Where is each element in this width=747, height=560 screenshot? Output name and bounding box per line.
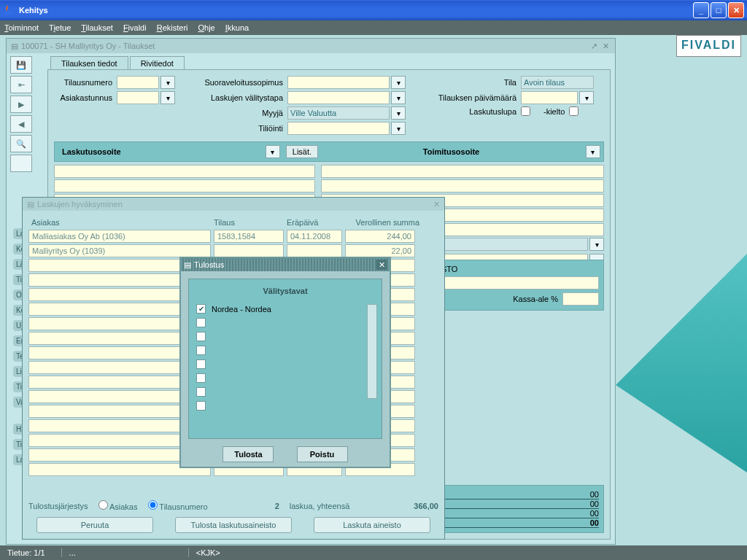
suoravel-dd[interactable]: ▾ <box>391 76 406 89</box>
checkbox-icon[interactable] <box>196 387 206 397</box>
inner-titlebar: ▤ 100071 - SH Malliyritys Oy - Tilaukset… <box>7 39 615 53</box>
tulostus-dialog: ▤ Tulostus ✕ Välitystavat ✔Nordea - Nord… <box>179 257 391 468</box>
close-button[interactable]: ✕ <box>728 2 744 18</box>
checkbox-icon[interactable] <box>196 346 206 355</box>
kassa-ale-input[interactable] <box>562 292 599 306</box>
menu-toiminnot[interactable]: Toiminnot <box>4 23 39 32</box>
tilausnumero-lookup[interactable]: ▾ <box>160 76 175 89</box>
laskutusosoite-lookup[interactable]: ▾ <box>266 145 280 158</box>
tabs: Tilauksen tiedot Rivitiedot <box>50 56 186 70</box>
total-row: 00 <box>441 490 599 499</box>
kielto-check[interactable] <box>569 106 578 116</box>
inner-restore-icon[interactable]: ↗ <box>589 41 599 51</box>
label-suoravel: Suoraveloitussopimus <box>200 78 287 87</box>
col-tilaus: Tilaus <box>211 217 284 228</box>
lh-titlebar: ▤ Laskujen hyväksyminen ✕ <box>23 198 444 211</box>
label-tulostusjarjestys: Tulostusjärjestys <box>28 502 88 510</box>
play-right-icon[interactable]: ▶ <box>10 96 32 113</box>
desktop: FIVALDI ▤ 100071 - SH Malliyritys Oy - T… <box>0 35 747 545</box>
tila-input[interactable] <box>521 76 594 89</box>
col-asiakas: Asiakas <box>28 217 211 228</box>
tab-tilauksen-tiedot[interactable]: Tilauksen tiedot <box>50 56 128 70</box>
tulosta-button[interactable]: Tulosta <box>222 446 274 462</box>
label-laskujen-val: Laskujen välitystapa <box>200 93 287 102</box>
peruuta-button[interactable]: Peruuta <box>36 517 153 533</box>
col-summa: Verollinen summa <box>342 217 422 228</box>
menu-tilaukset[interactable]: Tilaukset <box>81 23 113 32</box>
window-titlebar: Kehitys _ □ ✕ <box>0 0 747 20</box>
laskutus-row[interactable] <box>54 179 315 192</box>
decorative-wedge <box>616 254 747 472</box>
total-row: 00 <box>441 499 599 509</box>
menu-fivaldi[interactable]: Fivaldi <box>123 23 147 32</box>
poistu-button[interactable]: Poistu <box>297 446 348 462</box>
viitt-dd[interactable]: ▾ <box>589 238 604 251</box>
radio-asiakas[interactable]: Asiakas <box>98 500 138 511</box>
total-row: 00 <box>441 509 599 518</box>
menu-ohje[interactable]: Ohje <box>198 23 214 32</box>
checkbox-icon[interactable] <box>196 401 206 411</box>
status-dots: ... <box>61 548 76 557</box>
save-icon[interactable]: 💾 <box>10 56 32 74</box>
toimitusosoite-lookup[interactable]: ▾ <box>586 145 600 158</box>
heading-laskutusosoite: Laskutusosoite <box>58 145 264 158</box>
lh-row[interactable]: Malliyritys Oy (1039) 22,00 <box>28 244 438 257</box>
maximize-button[interactable]: □ <box>711 2 727 18</box>
asiakastunnus-input[interactable] <box>117 91 159 104</box>
myyja-dd[interactable]: ▾ <box>391 106 406 120</box>
menu-tietue[interactable]: Tietue <box>49 23 71 32</box>
label-myyja: Myyjä <box>200 109 287 117</box>
tab-rivitiedot[interactable]: Rivitiedot <box>130 56 185 70</box>
laskujen-val-input[interactable] <box>287 91 390 104</box>
suoravel-input[interactable] <box>287 76 390 89</box>
menubar: Toiminnot Tietue Tilaukset Fivaldi Rekis… <box>0 20 747 35</box>
inner-close-icon[interactable]: ✕ <box>600 41 611 51</box>
myyja-input[interactable] <box>287 106 390 120</box>
label-tilausnumero: Tilausnumero <box>54 78 117 87</box>
tulostus-close-icon[interactable]: ✕ <box>376 260 387 270</box>
checkbox-icon[interactable] <box>196 359 206 369</box>
lh-row[interactable]: Malliasiakas Oy Ab (1036) 1583,1584 04.1… <box>28 230 438 243</box>
lh-count: 2 <box>275 502 279 510</box>
menu-rekisteri[interactable]: Rekisteri <box>157 23 188 32</box>
lh-close-icon[interactable]: ✕ <box>433 200 440 209</box>
toimitus-row[interactable] <box>321 179 604 192</box>
checkbox-icon[interactable] <box>196 332 206 341</box>
valitystapa-item[interactable]: ✔Nordea - Nordea <box>196 304 374 314</box>
tilauspvm-lookup[interactable]: ▾ <box>579 91 594 104</box>
laskutus-row[interactable] <box>54 165 315 178</box>
inner-window-icon: ▤ <box>11 42 18 51</box>
checkbox-icon[interactable] <box>196 318 206 327</box>
radio-tilausnumero[interactable]: Tilausnumero <box>148 500 208 511</box>
lh-title-text: Laskujen hyväksyminen <box>37 200 123 209</box>
window-title: Kehitys <box>19 6 48 15</box>
tulostus-scrollbar[interactable] <box>367 304 377 399</box>
blank-tool[interactable] <box>10 155 32 172</box>
minimize-button[interactable]: _ <box>693 2 709 18</box>
back-icon[interactable]: ⇤ <box>10 76 32 93</box>
status-tietue: Tietue: 1/1 <box>7 548 45 557</box>
zoom-icon[interactable]: 🔍 <box>10 135 32 152</box>
lh-grid-header: Asiakas Tilaus Eräpäivä Verollinen summa <box>28 217 438 228</box>
lisat-button[interactable]: Lisät. <box>286 145 318 158</box>
tiliointi-dd[interactable]: ▾ <box>391 122 406 135</box>
label-tiliointi: Tiliöinti <box>200 124 287 133</box>
toimitus-row[interactable] <box>321 165 604 178</box>
tulosta-aineisto-button[interactable]: Tulosta laskutusaineisto <box>175 517 292 533</box>
label-laskutuslupa: Laskutuslupa <box>426 107 521 116</box>
laskuta-aineisto-button[interactable]: Laskuta aineisto <box>314 517 430 533</box>
tilausnumero-input[interactable] <box>117 76 159 89</box>
laskujen-val-dd[interactable]: ▾ <box>391 91 406 104</box>
menu-ikkuna[interactable]: Ikkuna <box>225 23 249 32</box>
tiliointi-input[interactable] <box>287 122 390 135</box>
checkbox-icon[interactable] <box>196 373 206 383</box>
tilauspvm-input[interactable] <box>521 91 578 104</box>
play-left-icon[interactable]: ◀ <box>10 115 32 133</box>
tulostus-titlebar[interactable]: ▤ Tulostus ✕ <box>181 258 390 271</box>
checkbox-checked-icon[interactable]: ✔ <box>196 304 206 314</box>
lh-count-label: laskua, yhteensä <box>290 502 350 510</box>
tulostus-heading: Välitystavat <box>196 287 374 295</box>
sto-row[interactable] <box>441 276 599 289</box>
laskutuslupa-check[interactable] <box>521 106 530 116</box>
asiakastunnus-lookup[interactable]: ▾ <box>160 91 175 104</box>
